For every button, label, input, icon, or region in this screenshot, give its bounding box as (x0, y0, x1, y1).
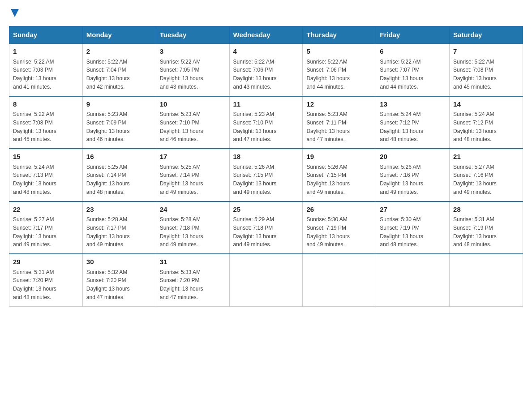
day-number: 11 (233, 99, 299, 110)
day-info: Sunrise: 5:25 AMSunset: 7:14 PMDaylight:… (160, 164, 203, 195)
weekday-header-monday: Monday (82, 26, 156, 44)
day-number: 27 (380, 205, 446, 215)
logo (9, 9, 19, 19)
calendar-cell: 1 Sunrise: 5:22 AMSunset: 7:03 PMDayligh… (9, 43, 83, 96)
day-number: 19 (306, 152, 372, 162)
calendar-cell: 24 Sunrise: 5:28 AMSunset: 7:18 PMDaylig… (156, 201, 229, 254)
day-number: 24 (160, 205, 226, 215)
calendar-cell: 19 Sunrise: 5:26 AMSunset: 7:15 PMDaylig… (303, 149, 376, 201)
day-info: Sunrise: 5:30 AMSunset: 7:19 PMDaylight:… (306, 216, 350, 248)
day-info: Sunrise: 5:26 AMSunset: 7:16 PMDaylight:… (380, 164, 423, 195)
calendar-cell: 2 Sunrise: 5:22 AMSunset: 7:04 PMDayligh… (82, 43, 156, 96)
day-number: 26 (306, 205, 372, 215)
calendar-cell: 17 Sunrise: 5:25 AMSunset: 7:14 PMDaylig… (156, 149, 229, 201)
day-number: 2 (86, 47, 152, 57)
calendar-cell: 14 Sunrise: 5:24 AMSunset: 7:12 PMDaylig… (450, 96, 523, 149)
day-info: Sunrise: 5:29 AMSunset: 7:18 PMDaylight:… (233, 216, 277, 248)
day-number: 9 (86, 99, 152, 110)
day-number: 30 (86, 257, 152, 267)
week-row-3: 15 Sunrise: 5:24 AMSunset: 7:13 PMDaylig… (9, 149, 523, 201)
day-info: Sunrise: 5:24 AMSunset: 7:13 PMDaylight:… (13, 164, 56, 195)
day-info: Sunrise: 5:22 AMSunset: 7:08 PMDaylight:… (453, 59, 497, 90)
day-number: 14 (453, 99, 519, 110)
day-info: Sunrise: 5:28 AMSunset: 7:17 PMDaylight:… (86, 216, 130, 248)
day-number: 3 (160, 47, 226, 57)
calendar-cell: 23 Sunrise: 5:28 AMSunset: 7:17 PMDaylig… (82, 201, 156, 254)
calendar-cell: 22 Sunrise: 5:27 AMSunset: 7:17 PMDaylig… (9, 201, 83, 254)
day-info: Sunrise: 5:22 AMSunset: 7:05 PMDaylight:… (160, 59, 203, 90)
day-number: 23 (86, 205, 152, 215)
day-number: 7 (453, 47, 519, 57)
day-info: Sunrise: 5:25 AMSunset: 7:14 PMDaylight:… (86, 164, 130, 195)
calendar-cell: 21 Sunrise: 5:27 AMSunset: 7:16 PMDaylig… (450, 149, 523, 201)
calendar-cell: 30 Sunrise: 5:32 AMSunset: 7:20 PMDaylig… (82, 254, 156, 306)
day-number: 4 (233, 47, 299, 57)
calendar-cell: 16 Sunrise: 5:25 AMSunset: 7:14 PMDaylig… (82, 149, 156, 201)
day-info: Sunrise: 5:26 AMSunset: 7:15 PMDaylight:… (233, 164, 277, 195)
day-info: Sunrise: 5:30 AMSunset: 7:19 PMDaylight:… (380, 216, 423, 248)
day-number: 17 (160, 152, 226, 162)
calendar-cell: 27 Sunrise: 5:30 AMSunset: 7:19 PMDaylig… (376, 201, 450, 254)
week-row-2: 8 Sunrise: 5:22 AMSunset: 7:08 PMDayligh… (9, 96, 523, 149)
calendar-cell (450, 254, 523, 306)
day-number: 10 (160, 99, 226, 110)
calendar-cell: 13 Sunrise: 5:24 AMSunset: 7:12 PMDaylig… (376, 96, 450, 149)
calendar-cell: 5 Sunrise: 5:22 AMSunset: 7:06 PMDayligh… (303, 43, 376, 96)
calendar-cell: 31 Sunrise: 5:33 AMSunset: 7:20 PMDaylig… (156, 254, 229, 306)
day-info: Sunrise: 5:23 AMSunset: 7:09 PMDaylight:… (86, 111, 130, 142)
day-info: Sunrise: 5:23 AMSunset: 7:11 PMDaylight:… (306, 111, 350, 142)
day-info: Sunrise: 5:32 AMSunset: 7:20 PMDaylight:… (86, 269, 130, 300)
calendar-cell: 8 Sunrise: 5:22 AMSunset: 7:08 PMDayligh… (9, 96, 83, 149)
day-number: 1 (13, 47, 79, 57)
day-number: 25 (233, 205, 299, 215)
calendar-cell: 25 Sunrise: 5:29 AMSunset: 7:18 PMDaylig… (229, 201, 303, 254)
day-info: Sunrise: 5:22 AMSunset: 7:04 PMDaylight:… (86, 59, 130, 90)
day-info: Sunrise: 5:22 AMSunset: 7:06 PMDaylight:… (233, 59, 277, 90)
calendar-cell: 12 Sunrise: 5:23 AMSunset: 7:11 PMDaylig… (303, 96, 376, 149)
day-info: Sunrise: 5:27 AMSunset: 7:16 PMDaylight:… (453, 164, 497, 195)
week-row-5: 29 Sunrise: 5:31 AMSunset: 7:20 PMDaylig… (9, 254, 523, 306)
day-number: 29 (13, 257, 79, 267)
calendar-cell: 4 Sunrise: 5:22 AMSunset: 7:06 PMDayligh… (229, 43, 303, 96)
calendar-cell (376, 254, 450, 306)
day-info: Sunrise: 5:24 AMSunset: 7:12 PMDaylight:… (380, 111, 423, 142)
calendar-cell: 10 Sunrise: 5:23 AMSunset: 7:10 PMDaylig… (156, 96, 229, 149)
day-number: 8 (13, 99, 79, 110)
calendar-cell: 28 Sunrise: 5:31 AMSunset: 7:19 PMDaylig… (450, 201, 523, 254)
day-number: 18 (233, 152, 299, 162)
weekday-header-thursday: Thursday (303, 26, 376, 44)
day-number: 22 (13, 205, 79, 215)
day-info: Sunrise: 5:28 AMSunset: 7:18 PMDaylight:… (160, 216, 203, 248)
day-info: Sunrise: 5:31 AMSunset: 7:20 PMDaylight:… (13, 269, 56, 300)
day-number: 31 (160, 257, 226, 267)
calendar-cell: 3 Sunrise: 5:22 AMSunset: 7:05 PMDayligh… (156, 43, 229, 96)
day-info: Sunrise: 5:27 AMSunset: 7:17 PMDaylight:… (13, 216, 56, 248)
calendar-cell: 9 Sunrise: 5:23 AMSunset: 7:09 PMDayligh… (82, 96, 156, 149)
day-info: Sunrise: 5:23 AMSunset: 7:10 PMDaylight:… (160, 111, 203, 142)
day-info: Sunrise: 5:22 AMSunset: 7:08 PMDaylight:… (13, 111, 56, 142)
day-info: Sunrise: 5:23 AMSunset: 7:10 PMDaylight:… (233, 111, 277, 142)
calendar-header-row: SundayMondayTuesdayWednesdayThursdayFrid… (9, 26, 523, 44)
page-header (9, 9, 523, 19)
calendar-table: SundayMondayTuesdayWednesdayThursdayFrid… (9, 26, 523, 307)
day-number: 5 (306, 47, 372, 57)
day-info: Sunrise: 5:22 AMSunset: 7:07 PMDaylight:… (380, 59, 423, 90)
day-number: 13 (380, 99, 446, 110)
day-number: 15 (13, 152, 79, 162)
calendar-cell: 7 Sunrise: 5:22 AMSunset: 7:08 PMDayligh… (450, 43, 523, 96)
weekday-header-tuesday: Tuesday (156, 26, 229, 44)
week-row-1: 1 Sunrise: 5:22 AMSunset: 7:03 PMDayligh… (9, 43, 523, 96)
day-info: Sunrise: 5:22 AMSunset: 7:06 PMDaylight:… (306, 59, 350, 90)
day-info: Sunrise: 5:33 AMSunset: 7:20 PMDaylight:… (160, 269, 203, 300)
calendar-cell (229, 254, 303, 306)
day-info: Sunrise: 5:26 AMSunset: 7:15 PMDaylight:… (306, 164, 350, 195)
calendar-cell: 20 Sunrise: 5:26 AMSunset: 7:16 PMDaylig… (376, 149, 450, 201)
day-number: 16 (86, 152, 152, 162)
calendar-cell: 26 Sunrise: 5:30 AMSunset: 7:19 PMDaylig… (303, 201, 376, 254)
weekday-header-sunday: Sunday (9, 26, 83, 44)
day-info: Sunrise: 5:22 AMSunset: 7:03 PMDaylight:… (13, 59, 56, 90)
day-number: 12 (306, 99, 372, 110)
week-row-4: 22 Sunrise: 5:27 AMSunset: 7:17 PMDaylig… (9, 201, 523, 254)
calendar-cell (303, 254, 376, 306)
day-number: 20 (380, 152, 446, 162)
